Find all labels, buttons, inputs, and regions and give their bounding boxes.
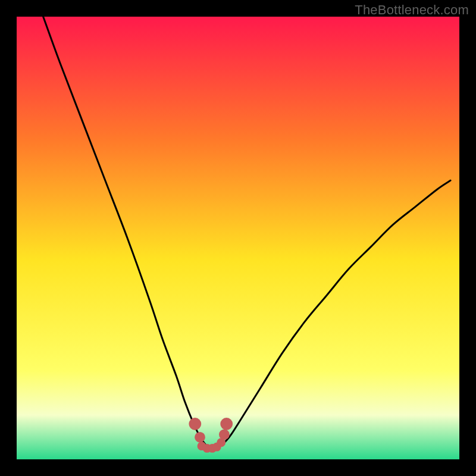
valley-marker bbox=[219, 429, 230, 440]
valley-marker bbox=[189, 418, 201, 430]
app-frame: TheBottleneck.com bbox=[0, 0, 476, 476]
valley-marker bbox=[195, 432, 205, 443]
chart-background-gradient bbox=[17, 17, 459, 459]
watermark-text: TheBottleneck.com bbox=[355, 2, 469, 18]
valley-marker bbox=[220, 418, 233, 430]
bottleneck-chart bbox=[17, 17, 459, 459]
chart-svg bbox=[17, 17, 459, 459]
